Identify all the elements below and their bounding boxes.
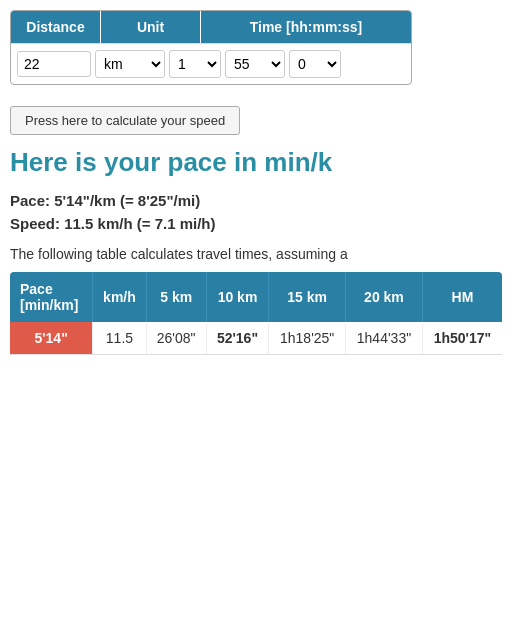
distance-input[interactable] — [17, 51, 91, 77]
th-20km: 20 km — [346, 272, 423, 322]
td-5km: 26'08" — [146, 322, 206, 355]
th-15km: 15 km — [269, 272, 346, 322]
result-heading: Here is your pace in min/k — [10, 147, 502, 178]
minutes-select[interactable]: 0 5 10 15 20 25 30 35 40 45 50 55 — [225, 50, 285, 78]
results-table-wrap: Pace[min/km] km/h 5 km 10 km 15 km 20 km… — [10, 272, 502, 355]
calculate-button[interactable]: Press here to calculate your speed — [10, 106, 240, 135]
description-text: The following table calculates travel ti… — [10, 246, 502, 262]
td-hm: 1h50'17" — [422, 322, 502, 355]
speed-line: Speed: 11.5 km/h (= 7.1 mi/h) — [10, 215, 502, 232]
seconds-select[interactable]: 0 10 20 30 40 50 — [289, 50, 341, 78]
results-table: Pace[min/km] km/h 5 km 10 km 15 km 20 km… — [10, 272, 502, 355]
th-5km: 5 km — [146, 272, 206, 322]
table-header-row: Pace[min/km] km/h 5 km 10 km 15 km 20 km… — [10, 272, 502, 322]
distance-header: Distance — [11, 11, 101, 43]
th-hm: HM — [422, 272, 502, 322]
th-pace: Pace[min/km] — [10, 272, 93, 322]
calc-button-container: Press here to calculate your speed — [10, 106, 502, 135]
td-kmh: 11.5 — [93, 322, 146, 355]
time-header: Time [hh:mm:ss] — [201, 11, 411, 43]
pace-line: Pace: 5'14"/km (= 8'25"/mi) — [10, 192, 502, 209]
unit-header: Unit — [101, 11, 201, 43]
table-row: 5'14" 11.5 26'08" 52'16" 1h18'25" 1h44'3… — [10, 322, 502, 355]
pace-speed-section: Pace: 5'14"/km (= 8'25"/mi) Speed: 11.5 … — [10, 192, 502, 232]
th-10km: 10 km — [206, 272, 269, 322]
table-header: Distance Unit Time [hh:mm:ss] — [11, 11, 411, 43]
td-pace: 5'14" — [10, 322, 93, 355]
td-15km: 1h18'25" — [269, 322, 346, 355]
hours-select[interactable]: 0 1 2 3 — [169, 50, 221, 78]
unit-select[interactable]: km mi m — [95, 50, 165, 78]
td-10km: 52'16" — [206, 322, 269, 355]
input-row: km mi m 0 1 2 3 0 5 10 15 20 25 30 35 40… — [11, 43, 411, 84]
th-kmh: km/h — [93, 272, 146, 322]
input-table: Distance Unit Time [hh:mm:ss] km mi m 0 … — [10, 10, 412, 85]
td-20km: 1h44'33" — [346, 322, 423, 355]
